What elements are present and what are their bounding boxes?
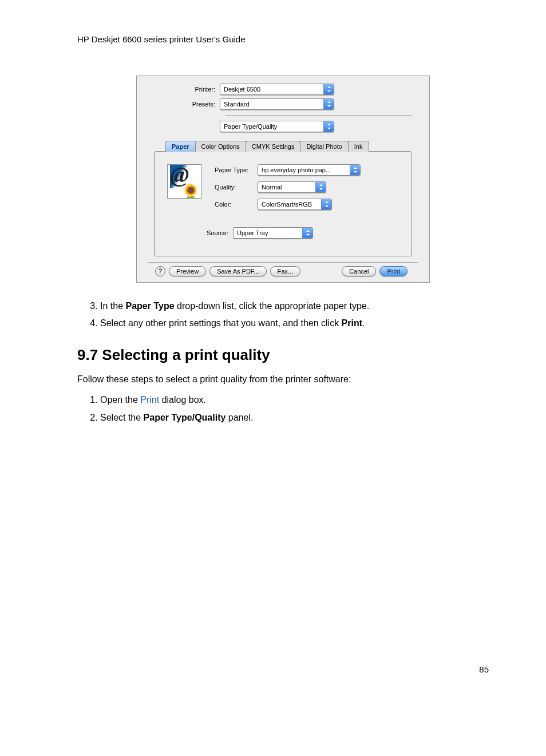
page-number: 85 xyxy=(77,664,489,674)
instruction-list-2: Open the Print dialog box. Select the Pa… xyxy=(77,394,489,424)
presets-select[interactable]: Standard xyxy=(220,98,334,110)
source-value: Upper Tray xyxy=(237,229,268,236)
preview-thumbnail: @ 🌻 xyxy=(167,164,201,199)
tab-ink[interactable]: Ink xyxy=(348,141,369,152)
printer-label: Printer: xyxy=(154,86,220,93)
paper-type-select[interactable]: hp everyday photo pap... xyxy=(258,164,361,176)
list-item: Open the Print dialog box. xyxy=(100,394,489,406)
tab-color-options[interactable]: Color Options xyxy=(195,141,246,152)
list-item: Select any other print settings that you… xyxy=(100,317,489,330)
presets-label: Presets: xyxy=(154,101,220,108)
panel-value: Paper Type/Quality xyxy=(224,123,277,130)
dropdown-icon xyxy=(350,165,360,175)
help-icon[interactable]: ? xyxy=(155,266,165,276)
tab-digital-photo[interactable]: Digital Photo xyxy=(300,141,348,152)
fax-button[interactable]: Fax... xyxy=(270,266,301,276)
list-item: Select the Paper Type/Quality panel. xyxy=(100,411,489,424)
dropdown-icon xyxy=(323,121,334,132)
color-label: Color: xyxy=(215,201,258,208)
preview-button[interactable]: Preview xyxy=(169,266,206,276)
color-select[interactable]: ColorSmart/sRGB xyxy=(258,199,332,210)
dropdown-icon xyxy=(321,199,331,209)
tab-bar: Paper Color Options CMYK Settings Digita… xyxy=(165,141,412,152)
source-select[interactable]: Upper Tray xyxy=(233,227,313,239)
save-as-pdf-button[interactable]: Save As PDF... xyxy=(209,266,266,276)
paper-tab-panel: @ 🌻 Paper Type: hp everyday photo pap...… xyxy=(154,151,412,256)
dropdown-icon xyxy=(323,99,334,109)
list-item: In the Paper Type drop-down list, click … xyxy=(100,300,489,312)
color-value: ColorSmart/sRGB xyxy=(262,201,312,208)
dropdown-icon xyxy=(315,182,326,192)
printer-value: Deskjet 6500 xyxy=(224,86,260,93)
page-header: HP Deskjet 6600 series printer User's Gu… xyxy=(77,34,489,44)
tab-paper[interactable]: Paper xyxy=(165,141,196,152)
paper-type-label: Paper Type: xyxy=(215,167,258,173)
section-intro: Follow these steps to select a print qua… xyxy=(77,373,489,386)
section-heading: 9.7 Selecting a print quality xyxy=(77,346,489,364)
instruction-list-1: In the Paper Type drop-down list, click … xyxy=(77,300,489,330)
tab-cmyk-settings[interactable]: CMYK Settings xyxy=(246,141,301,152)
dropdown-icon xyxy=(302,228,312,238)
dropdown-icon xyxy=(323,84,334,94)
printer-select[interactable]: Deskjet 6500 xyxy=(220,84,334,95)
quality-value: Normal xyxy=(262,184,282,191)
print-dialog-screenshot: Printer: Deskjet 6500 Presets: Standard … xyxy=(136,76,430,283)
cancel-button[interactable]: Cancel xyxy=(342,266,376,276)
paper-type-value: hp everyday photo pap... xyxy=(262,167,331,173)
quality-label: Quality: xyxy=(215,184,258,191)
print-button[interactable]: Print xyxy=(379,266,407,276)
source-label: Source: xyxy=(201,229,233,236)
presets-value: Standard xyxy=(224,101,250,108)
print-link[interactable]: Print xyxy=(140,395,159,405)
panel-select[interactable]: Paper Type/Quality xyxy=(220,121,334,132)
quality-select[interactable]: Normal xyxy=(258,181,326,193)
